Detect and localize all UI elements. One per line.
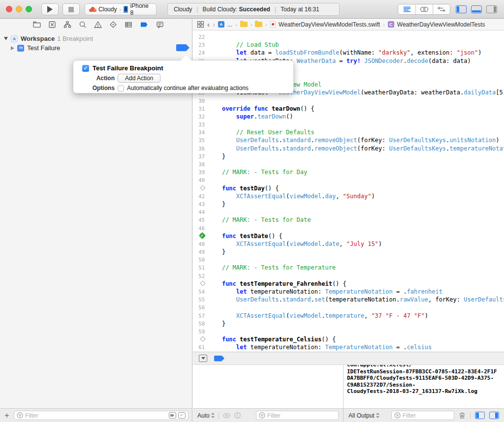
code-line[interactable]: 59 [193,328,504,335]
jumpbar-symbol[interactable]: WeatherDayViewViewModelTests [397,21,485,28]
scheme-name[interactable]: Cloudy [98,6,117,13]
go-back-button[interactable]: ‹ [207,20,210,29]
go-forward-button[interactable]: › [213,20,215,29]
test-navigator-icon[interactable] [109,20,118,29]
breakpoint-navigator-icon[interactable] [139,20,149,29]
source-control-navigator-icon[interactable] [48,20,57,29]
code-line[interactable]: 50 [193,256,504,264]
quicklook-eye-icon[interactable] [223,413,230,419]
scheme-device[interactable]: iPhone 8 [130,2,152,16]
code-line[interactable]: func testTemperature_Celsius() { [193,335,504,343]
breakpoints-active-toggle[interactable] [214,356,224,362]
filter-enabled-toggle[interactable]: ✓ [178,412,186,419]
code-line[interactable]: 37 } [193,152,504,160]
jumpbar-ellipsis[interactable]: ... [227,21,232,28]
close-window-button[interactable] [6,6,12,12]
symbol-navigator-icon[interactable] [63,20,72,29]
jumpbar-file[interactable]: WeatherDayViewViewModelTests.swift [279,21,380,28]
toggle-inspector-button[interactable] [486,5,497,13]
code-line[interactable]: 38 [193,160,504,168]
info-icon[interactable] [234,412,241,419]
version-editor-button[interactable] [433,4,450,14]
code-line[interactable]: 52 [193,272,504,280]
disclosure-closed-icon[interactable] [11,46,14,50]
variables-view[interactable] [193,365,344,409]
folder-icon[interactable] [240,22,248,27]
code-line[interactable]: 49 } [193,248,504,256]
scope-popup[interactable]: Auto [197,412,215,419]
code-line[interactable]: 56 [193,303,504,311]
breakpoint-row[interactable]: Tf Test Failure [0,43,192,53]
find-navigator-icon[interactable] [78,20,87,29]
issue-navigator-icon[interactable] [94,20,102,29]
code-line[interactable]: 32 super.tearDown() [193,113,504,121]
clear-console-trash-icon[interactable] [459,412,466,419]
code-line[interactable]: 61 let temperatureNotation: TemperatureN… [193,343,504,351]
code-line[interactable]: 44 [193,208,504,216]
assistant-editor-button[interactable] [415,4,433,14]
test-indicator-icon[interactable] [193,280,206,288]
code-line[interactable]: 51 // MARK: - Tests for Temperature [193,264,504,271]
code-line[interactable]: 33 [193,121,504,128]
code-line[interactable]: 46 [193,224,504,232]
zoom-window-button[interactable] [26,6,32,12]
report-navigator-icon[interactable] [156,20,164,29]
console-view[interactable]: com.apple.dt.XCTest/IDETestRunSession-87… [344,365,504,409]
code-text: // MARK: - Tests for Date [208,216,311,224]
line-number: 33 [193,121,206,128]
code-line[interactable]: 54 let temperatureNotation: TemperatureN… [193,288,504,296]
toggle-debug-area-button[interactable] [471,5,482,13]
test-indicator-icon[interactable] [193,335,206,343]
console-filter-field[interactable]: Filter [391,411,454,420]
code-line[interactable]: 31 override func tearDown() { [193,105,504,113]
workspace-row[interactable]: A Workspace 1 Breakpoint [0,34,192,43]
code-line[interactable]: 30 [193,97,504,105]
code-line[interactable]: 35 UserDefaults.standard.removeObject(fo… [193,136,504,144]
hide-debug-area-button[interactable] [199,355,207,362]
code-line[interactable]: 42 XCTAssertEqual(viewModel.day, "Sunday… [193,192,504,200]
code-line[interactable]: 43 } [193,200,504,208]
debug-navigator-icon[interactable] [124,20,133,29]
related-items-icon[interactable] [197,21,204,28]
scheme-selector[interactable]: Cloudy › iPhone 8 [85,3,157,15]
output-popup[interactable]: All Output [348,412,379,419]
code-line[interactable]: 58 } [193,320,504,328]
code-line[interactable]: 22 [193,33,504,41]
code-line[interactable]: func testDay() { [193,184,504,192]
test-indicator-icon[interactable]: ✓ [193,232,206,240]
stop-button[interactable] [63,3,80,15]
standard-editor-button[interactable] [398,4,415,14]
breakpoint-enabled-checkbox[interactable]: ✓ [82,65,89,72]
project-navigator-icon[interactable] [32,20,41,29]
code-line[interactable]: 40 [193,176,504,184]
test-indicator-icon[interactable] [193,184,206,192]
disclosure-open-icon[interactable] [4,37,8,40]
code-line[interactable]: 39 // MARK: - Tests for Day [193,168,504,176]
code-line[interactable]: 45 // MARK: - Tests for Date [193,216,504,224]
toggle-navigator-button[interactable] [456,5,467,13]
run-button[interactable] [41,3,59,15]
breakpoint-enabled-flag[interactable] [176,44,189,51]
code-text: func testTemperature_Fahrenheit() { [208,280,346,288]
show-variables-view-button[interactable] [475,412,485,419]
add-breakpoint-button[interactable]: + [3,412,10,420]
auto-continue-checkbox[interactable] [118,85,124,91]
code-line[interactable]: 55 UserDefaults.standard.set(temperature… [193,296,504,303]
status-build: Build Cloudy: Succeeded [202,6,270,13]
folder-icon[interactable] [255,22,262,27]
test-failure-badge: Tf [17,45,24,52]
code-line[interactable]: 23 // Load Stub [193,41,504,49]
minimize-window-button[interactable] [16,6,22,12]
breakpoint-filter-field[interactable]: Filter ✓ [14,411,189,420]
variables-filter-field[interactable]: Filter [256,411,339,420]
filter-breakpoints-toggle[interactable] [169,412,176,419]
code-line[interactable]: 48 XCTAssertEqual(viewModel.date, "July … [193,240,504,248]
add-action-button[interactable]: Add Action [118,74,160,83]
code-line[interactable]: 24 let data = loadStubFromBundle(withNam… [193,49,504,57]
code-line[interactable]: 34 // Reset User Defaults [193,128,504,136]
code-line[interactable]: ✓ func testDate() { [193,232,504,240]
code-line[interactable]: 36 UserDefaults.standard.removeObject(fo… [193,145,504,152]
code-line[interactable]: func testTemperature_Fahrenheit() { [193,280,504,288]
show-console-view-button[interactable] [489,412,499,419]
code-line[interactable]: 57 XCTAssertEqual(viewModel.temperature,… [193,312,504,320]
